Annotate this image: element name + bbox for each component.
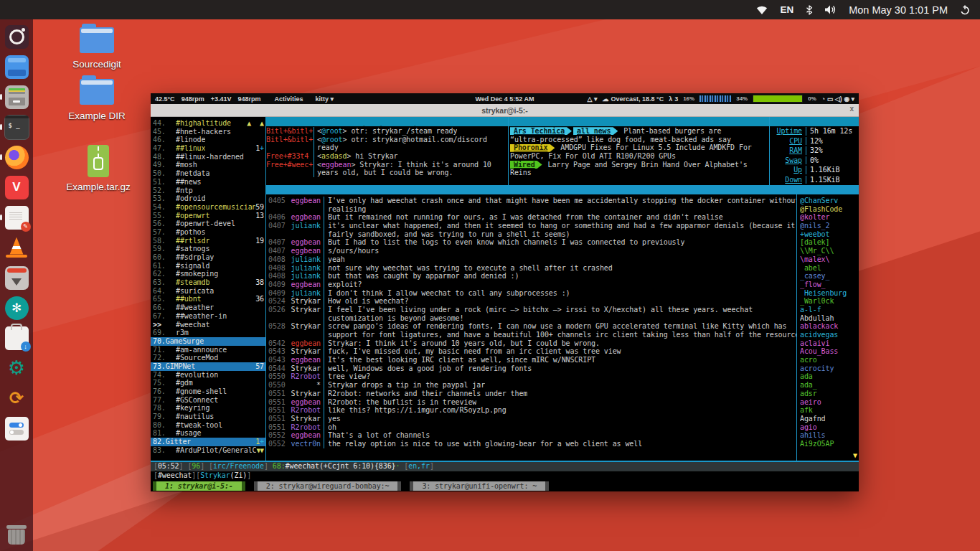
nick-item[interactable]: ada_ [800,381,859,390]
buflist-item[interactable]: 58.##rtlsdr19 [153,237,265,245]
buflist-item[interactable]: 61.#signald [153,262,265,270]
nick-item[interactable]: @kolter [800,213,859,222]
desktop-icon-example-tar-gz[interactable]: Example.tar.gz [58,145,138,192]
buflist-item[interactable]: 55.#openwrt13 [153,212,265,220]
software-installer-icon[interactable] [4,326,29,350]
buflist-item[interactable]: 72.#SourceMod [153,354,265,362]
news-item[interactable]: Ars Technicaall news Plant-based burgers… [509,127,769,136]
buflist-item[interactable]: 76.#gnome-shell [153,387,265,396]
buflist-item[interactable]: 78.#keyring [153,404,265,413]
buflist-item[interactable]: 81.#usage [153,429,265,438]
nick-item[interactable]: @nils_2 [800,222,859,230]
buflist-item[interactable]: 66.##weather [153,303,265,312]
nick-item[interactable]: _Heisenburg [800,289,859,298]
nick-item[interactable]: adsr [800,390,859,398]
firefox-icon[interactable] [4,145,29,169]
trash-icon[interactable] [4,522,29,547]
volume-icon[interactable] [825,5,837,14]
nick-item[interactable]: _Warl0ck [800,297,859,306]
news-item[interactable]: Phoronix AMDGPU Fixes For Linux 5.5 Incl… [509,143,769,152]
nick-item[interactable]: Acou_Bass [800,347,859,356]
buflist-item[interactable]: 53.#odroid [153,194,265,203]
buflist-item[interactable]: 60.##sdrplay [153,253,265,262]
text-editor-icon[interactable] [4,205,29,230]
nick-item[interactable]: Ai9zO5AP [800,440,859,448]
terminal-window[interactable]: 42.5°C 948rpm +3.41V 948rpm Activities k… [151,93,859,491]
buflist-item[interactable]: 69.r3m [153,329,265,337]
nick-item[interactable]: aclaivi [800,339,859,348]
nicklist-scroll-indicator[interactable]: ▼ [853,451,857,460]
close-button[interactable]: x [849,105,854,113]
keyboard-layout-indicator[interactable]: EN [780,4,793,15]
buflist-item[interactable]: 57.#pothos [153,228,265,237]
buflist-item[interactable]: 74.#evolution [153,371,265,380]
nick-item[interactable]: aeiro [800,398,859,407]
buflist-item[interactable]: 45.#hnet-hackers [153,128,265,136]
window-title-bar[interactable]: strykar@i-5:- x [151,104,859,117]
buflist-item[interactable]: 77.#GSConnect [153,396,265,405]
buflist-item[interactable]: 82.Gitter1+ [151,438,265,446]
vlc-icon[interactable] [4,235,29,260]
buflist-item[interactable]: 50.#netdata [153,169,265,178]
nick-item[interactable]: Abdullah [800,314,859,323]
buflist-item[interactable]: 44.#highaltitude▲ ▲ [153,119,265,128]
filesync-icon[interactable] [4,386,29,410]
news-item[interactable]: Wired Larry Page and Sergey Brin Hand Ov… [509,161,769,169]
nick-item[interactable]: Agafnd [800,415,859,423]
nick-item[interactable]: \malex\ [800,255,859,264]
buflist-item[interactable]: 71.#am-announce [153,346,265,354]
nick-item[interactable]: @ChanServ [800,197,859,205]
nick-item[interactable]: [dalek] [800,238,859,247]
news-source-badge[interactable]: Phoronix [510,144,555,152]
buflist-item[interactable]: 79.#nautilus [153,413,265,421]
system-clock[interactable]: Mon May 30 1:01 PM [849,4,948,16]
buflist-item[interactable]: 75.#gdm [153,379,265,387]
buflist-item[interactable]: 46.#linode [153,136,265,144]
nick-item[interactable]: \\Mr_C\\ [800,247,859,255]
buflist-item[interactable]: 65.##ubnt36 [153,295,265,303]
tweaks-icon[interactable] [4,416,29,441]
buflist-item[interactable]: 52.#ntp [153,187,265,195]
terminal-icon[interactable] [4,115,29,139]
nick-item[interactable]: acro [800,356,859,364]
files-icon[interactable] [4,55,29,79]
buflist-item[interactable]: 54.#opensourcemusician+59 [153,203,265,212]
nick-item[interactable]: afk [800,406,859,415]
buflist-item[interactable]: 49.#mosh [153,161,265,169]
buflist-item[interactable]: >>#weechat [153,321,265,329]
nick-item[interactable]: _flow_ [800,281,859,289]
news-source-badge[interactable]: all news [573,127,618,135]
nick-item[interactable]: ahills [800,431,859,440]
vivaldi-icon[interactable] [4,175,29,199]
transmission-icon[interactable] [4,265,29,290]
buflist-item[interactable]: 67.##weather-in [153,312,265,321]
buflist-item[interactable]: 83.#ArduPilot/GeneralC▼▼ [153,446,265,455]
nick-item[interactable]: @FlashCode [800,205,859,214]
disks-2-icon[interactable] [4,476,29,501]
weechat-input-bar[interactable]: [#weechat][Strykar(Zi)] [151,471,859,481]
nick-item[interactable]: ablackack [800,322,859,331]
nick-item[interactable]: acrocity [800,364,859,373]
nick-item[interactable]: acidvegas [800,331,859,339]
nick-item[interactable]: +weebot [800,230,859,239]
nick-item[interactable]: a-l-f [800,306,859,314]
buflist-item[interactable]: 73.GIMPNet57 [151,362,265,371]
buflist-item[interactable]: 62.#smokeping [153,270,265,278]
bluetooth-icon[interactable] [806,5,813,15]
power-icon[interactable] [960,5,970,15]
nick-item[interactable]: _abel [800,264,859,273]
buflist-item[interactable]: 48.##linux-hardened [153,153,265,161]
disks-1-icon[interactable] [4,446,29,471]
buflist-item[interactable]: 70.GameSurge [151,337,265,346]
buflist-item[interactable]: 47.##linux1+ [153,144,265,153]
news-source-badge[interactable]: Ars Technica [510,127,572,135]
buflist-item[interactable]: 63.#steamdb38 [153,278,265,287]
buflist-item[interactable]: 64.#suricata [153,287,265,296]
nick-item[interactable]: agio [800,423,859,432]
system-tools-icon[interactable] [4,356,29,380]
buflist-item[interactable]: 80.#tweak-tool [153,421,265,430]
buflist-item[interactable]: 59.#satnogs [153,245,265,253]
ubuntu-dash-icon[interactable] [4,24,29,49]
kitty-tab-2[interactable]: 2: strykar@wireguard-bombay:~ [258,481,398,491]
shutter-icon[interactable] [4,296,29,320]
